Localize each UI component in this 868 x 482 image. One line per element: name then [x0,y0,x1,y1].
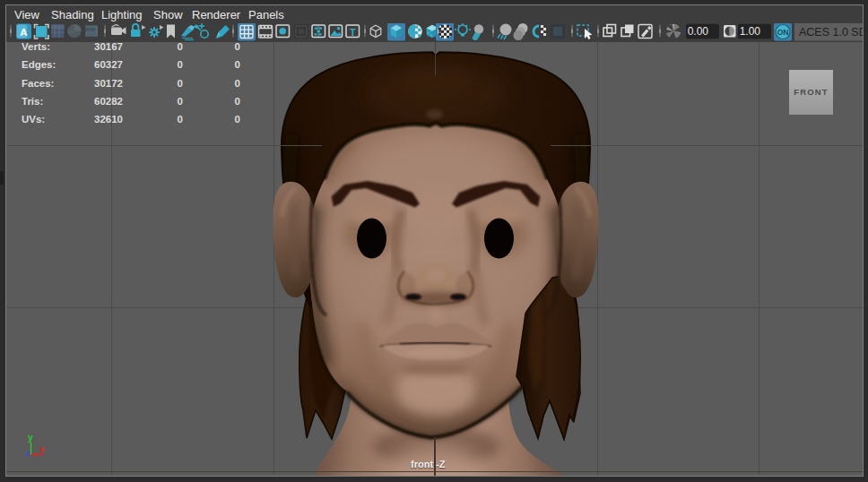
svg-text:y: y [28,433,33,443]
svg-text:0.00: 0.00 [688,25,709,38]
svg-text:ACES 1.0 SDR-v: ACES 1.0 SDR-v [799,26,863,39]
svg-text:ON: ON [777,28,789,37]
svg-text:A: A [20,27,27,38]
svg-text:x: x [39,444,45,454]
svg-text:1.00: 1.00 [740,25,761,38]
svg-text:z: z [26,449,30,458]
svg-text:T: T [350,27,356,38]
